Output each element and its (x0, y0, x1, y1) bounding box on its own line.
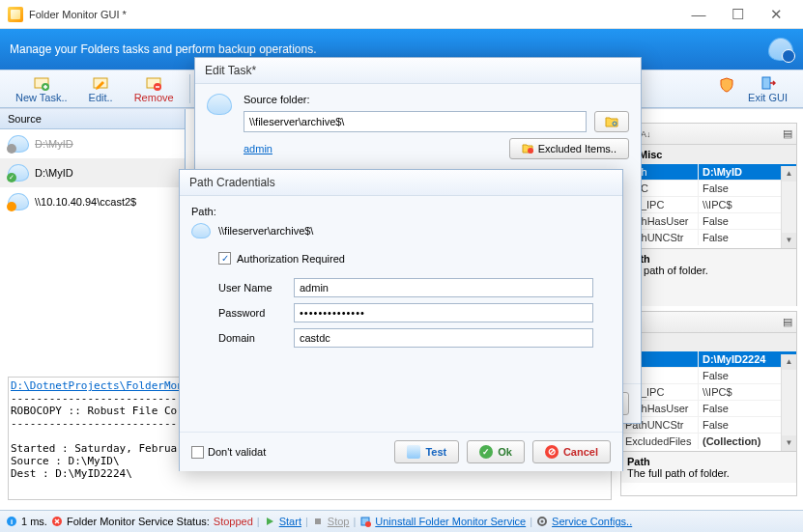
source-folder-input[interactable] (244, 111, 587, 132)
password-input[interactable] (294, 303, 593, 322)
status-bar: i 1 ms. Folder Monitor Service Status: S… (0, 510, 803, 532)
window-titlebar: Folder Monitor GUI * — ☐ ✕ (0, 0, 803, 29)
list-item[interactable]: ✓ D:\MyID (0, 158, 185, 187)
path-credentials-dialog: Path Cradentials Path: \\fileserver\arch… (179, 169, 623, 471)
prop-row[interactable]: PathUNCStrFalse (621, 229, 796, 245)
source-folder-label: Source folder: (244, 94, 629, 105)
prop-row[interactable]: NC_IPC\\IPC$ (621, 383, 796, 400)
test-icon (407, 445, 420, 459)
path-value: \\fileserver\archive$\ (218, 225, 313, 237)
svg-rect-9 (315, 518, 321, 524)
domain-input[interactable] (294, 328, 593, 348)
banner-text: Manage your Folders tasks and perform ba… (10, 42, 317, 56)
source-header: Source (0, 109, 185, 129)
disabled-overlay-icon (7, 144, 16, 154)
prop-row[interactable]: athD:\MyID2224 (621, 350, 796, 367)
minimize-button[interactable]: — (679, 1, 718, 28)
test-button[interactable]: Test (394, 440, 459, 463)
prop-row[interactable]: NCFalse (621, 367, 796, 383)
new-task-button[interactable]: New Task.. (6, 73, 77, 105)
exit-button[interactable]: Exit GUI (738, 73, 797, 105)
folder-search-icon (605, 116, 618, 127)
db-icon (8, 135, 29, 153)
new-icon (34, 75, 49, 91)
error-icon (51, 516, 63, 527)
window-title: Folder Monitor GUI * (29, 9, 679, 20)
prop-row[interactable]: NC_IPC\\IPC$ (621, 196, 796, 212)
auth-required-label: Authorization Required (237, 253, 345, 265)
dialog-title: Path Cradentials (180, 170, 622, 196)
shield-icon[interactable] (715, 73, 738, 97)
cancel-icon (545, 445, 559, 459)
check-overlay-icon: ✓ (7, 173, 16, 182)
exit-icon (760, 75, 776, 91)
stop-icon (312, 516, 324, 527)
ok-icon (479, 445, 493, 459)
edit-button[interactable]: Edit.. (79, 73, 123, 105)
service-status-value: Stopped (214, 516, 253, 527)
cancel-button[interactable]: Cancel (532, 440, 611, 463)
gear-icon (536, 516, 548, 527)
dialog-title: Edit Task* (195, 58, 641, 84)
dont-validate-checkbox[interactable] (191, 446, 204, 459)
prop-row[interactable]: PathUNCStrFalse (621, 416, 796, 433)
list-item[interactable]: \\10.10.40.94\ccast2$ (0, 187, 185, 216)
path-label: Path: (191, 206, 611, 217)
excluded-icon (522, 143, 533, 154)
maximize-button[interactable]: ☐ (718, 1, 757, 28)
banner-db-icon (768, 38, 793, 61)
remove-icon (146, 75, 161, 91)
status-ms: 1 ms. (21, 516, 47, 527)
info-icon: i (6, 516, 17, 527)
browse-button[interactable] (594, 111, 629, 132)
excluded-items-button[interactable]: Excluded Items.. (509, 138, 629, 159)
props-toolbar: ↓ ▤ (621, 312, 796, 333)
properties-panel-top: ▦ A↓ ▤ ◢Misc PathD:\MyID UNCFalse NC_IPC… (620, 123, 797, 306)
domain-label: Domain (218, 332, 286, 344)
props-description: Path The full path of folder. (621, 451, 796, 483)
uninstall-icon (359, 516, 371, 527)
svg-point-11 (365, 521, 371, 527)
scrollbar[interactable]: ▲▼ (781, 166, 796, 248)
props-page-icon[interactable]: ▤ (783, 127, 792, 140)
service-configs-link[interactable]: Service Configs.. (552, 516, 632, 527)
prop-row[interactable]: PathD:\MyID (621, 163, 796, 180)
edit-icon (93, 75, 108, 91)
key-overlay-icon (7, 202, 16, 211)
svg-point-15 (528, 148, 533, 154)
remove-button[interactable]: Remove (125, 73, 184, 105)
service-status-label: Folder Monitor Service Status: (67, 516, 210, 527)
username-input[interactable] (294, 278, 593, 297)
password-label: Password (218, 307, 286, 319)
prop-row[interactable]: UNCFalse (621, 180, 796, 196)
ok-button[interactable]: Ok (467, 440, 525, 463)
props-description: Path full path of folder. (621, 248, 796, 306)
play-icon (264, 516, 275, 527)
db-icon (191, 223, 211, 238)
db-icon: ✓ (8, 164, 29, 182)
db-icon (8, 193, 29, 210)
admin-link[interactable]: admin (244, 143, 272, 154)
scrollbar[interactable]: ▲▼ (781, 354, 796, 451)
props-toolbar: ▦ A↓ ▤ (621, 124, 796, 145)
props-category[interactable]: isc (621, 333, 796, 350)
db-icon (207, 94, 232, 115)
list-item[interactable]: D:\MyID (0, 129, 185, 158)
prop-row[interactable]: PathHasUserFalse (621, 400, 796, 416)
close-button[interactable]: ✕ (757, 1, 795, 28)
props-category[interactable]: ◢Misc (621, 145, 796, 163)
prop-row[interactable]: ExcludedFiles(Collection) (621, 433, 796, 449)
dont-validate-label: Don't validat (208, 446, 266, 458)
username-label: User Name (218, 282, 286, 294)
start-link[interactable]: Start (279, 516, 301, 527)
svg-point-13 (541, 520, 544, 523)
sort-asc-button[interactable]: A↓ (641, 129, 651, 139)
prop-row[interactable]: PathHasUserFalse (621, 212, 796, 229)
svg-text:i: i (11, 518, 13, 526)
properties-panel-bottom: ↓ ▤ isc athD:\MyID2224 NCFalse NC_IPC\\I… (620, 311, 797, 496)
svg-rect-5 (762, 77, 770, 89)
props-page-icon[interactable]: ▤ (783, 316, 792, 328)
stop-link: Stop (328, 516, 350, 527)
auth-required-checkbox[interactable]: ✓ (218, 252, 231, 265)
uninstall-link[interactable]: Uninstall Folder Monitor Service (375, 516, 526, 527)
